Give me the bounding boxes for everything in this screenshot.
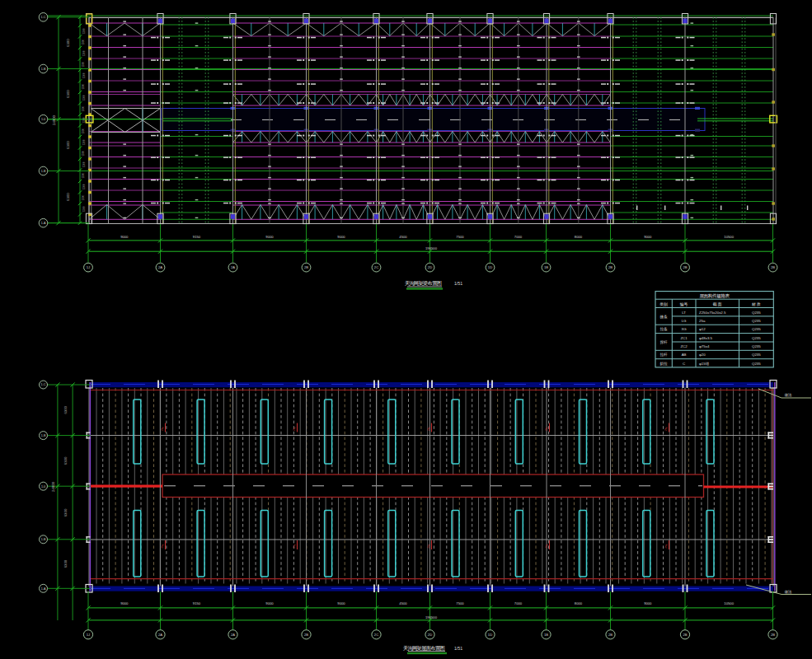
svg-text:6300: 6300 (66, 141, 70, 149)
svg-text:1500: 1500 (82, 151, 85, 157)
svg-text:1-C: 1-C (41, 383, 46, 386)
svg-text:1-0: 1-0 (41, 118, 45, 121)
svg-text:Q235: Q235 (752, 353, 761, 357)
svg-text:1/51: 1/51 (454, 646, 462, 651)
svg-text:6300: 6300 (63, 456, 68, 465)
svg-text:ZC2: ZC2 (680, 344, 688, 348)
svg-text:6300: 6300 (63, 405, 68, 414)
svg-text:2C: 2C (374, 265, 378, 269)
svg-text:2B: 2B (771, 633, 775, 637)
svg-text:1500: 1500 (82, 50, 86, 56)
svg-text:1500: 1500 (82, 206, 86, 212)
svg-text:1-B: 1-B (41, 170, 46, 173)
svg-text:1-B: 1-B (41, 434, 46, 437)
svg-text:7500: 7500 (456, 601, 464, 605)
svg-text:天沟网架梁布置图: 天沟网架梁布置图 (405, 280, 442, 287)
svg-text:Q235: Q235 (752, 336, 761, 340)
svg-text:10500: 10500 (724, 235, 734, 239)
svg-text:6300: 6300 (66, 193, 70, 201)
svg-text:1500: 1500 (82, 117, 86, 123)
svg-text:φ75x4: φ75x4 (699, 344, 710, 348)
svg-text:LT: LT (682, 311, 686, 315)
svg-text:Q235: Q235 (752, 311, 761, 315)
svg-text:2B: 2B (683, 265, 687, 269)
svg-text:天沟网架屋面布置图: 天沟网架屋面布置图 (403, 645, 445, 652)
svg-text:1J: 1J (87, 265, 90, 269)
svg-text:9000: 9000 (337, 601, 345, 605)
svg-text:φ12: φ12 (699, 327, 706, 331)
svg-text:1500: 1500 (82, 62, 85, 68)
svg-text:4500: 4500 (399, 601, 407, 605)
svg-text:7000: 7000 (514, 235, 523, 239)
svg-text:材 质: 材 质 (751, 301, 761, 307)
svg-text:2A: 2A (158, 265, 162, 269)
svg-text:2A: 2A (158, 633, 162, 637)
svg-text:1500: 1500 (82, 40, 85, 45)
svg-text:1500: 1500 (82, 161, 86, 167)
svg-text:1500: 1500 (82, 173, 85, 179)
svg-text:檩条: 檩条 (659, 315, 669, 319)
svg-text:9000: 9000 (265, 235, 274, 239)
svg-text:φ15锚: φ15锚 (699, 362, 710, 366)
svg-text:1B: 1B (544, 265, 548, 269)
svg-text:C: C (683, 362, 685, 366)
svg-text:Q235: Q235 (752, 344, 761, 348)
svg-text:1500: 1500 (82, 84, 85, 90)
svg-text:2B: 2B (304, 633, 308, 637)
svg-text:1J: 1J (87, 633, 90, 637)
svg-text:屋面构件规格表: 屋面构件规格表 (699, 293, 730, 299)
svg-text:1-B: 1-B (41, 538, 46, 541)
svg-text:2A: 2A (231, 265, 235, 269)
svg-text:9000: 9000 (120, 235, 129, 239)
svg-text:196500: 196500 (425, 246, 438, 250)
svg-text:7000: 7000 (514, 601, 523, 605)
svg-text:9000: 9000 (337, 235, 345, 239)
svg-text:2D: 2D (428, 633, 432, 637)
svg-text:2B: 2B (608, 265, 613, 269)
svg-text:9000: 9000 (644, 235, 652, 239)
svg-text:9000: 9000 (120, 601, 129, 605)
svg-text:9000: 9000 (265, 601, 274, 605)
svg-text:φ20: φ20 (699, 353, 706, 357)
svg-text:6300: 6300 (63, 559, 68, 568)
svg-text:1D: 1D (488, 633, 492, 637)
svg-text:1500: 1500 (82, 184, 86, 189)
svg-text:1500: 1500 (82, 195, 85, 201)
svg-text:做法: 做法 (784, 590, 792, 594)
svg-text:1500: 1500 (82, 28, 86, 34)
svg-text:AB: AB (682, 353, 687, 357)
svg-text:1/51: 1/51 (454, 281, 462, 286)
svg-text:2B: 2B (683, 633, 687, 637)
svg-text:做法: 做法 (784, 393, 792, 397)
svg-text:1500: 1500 (82, 72, 86, 78)
svg-text:1-A: 1-A (41, 587, 46, 591)
svg-text:4500: 4500 (399, 235, 407, 239)
svg-text:2B: 2B (304, 265, 308, 269)
svg-text:ZC1: ZC1 (680, 336, 688, 340)
svg-text:LG: LG (682, 319, 687, 323)
svg-text:8000: 8000 (575, 601, 583, 605)
svg-text:2B: 2B (771, 265, 775, 269)
svg-text:9000: 9000 (644, 601, 652, 605)
svg-text:1-C: 1-C (41, 16, 46, 19)
svg-text:25a: 25a (699, 319, 706, 323)
svg-text:截 面: 截 面 (713, 301, 722, 306)
svg-text:1500: 1500 (82, 106, 85, 112)
svg-text:2D: 2D (428, 265, 432, 269)
svg-text:Q235: Q235 (752, 362, 761, 366)
svg-text:6300: 6300 (66, 90, 70, 98)
svg-text:编号: 编号 (680, 302, 688, 306)
svg-text:2A: 2A (231, 633, 235, 637)
svg-text:9150: 9150 (193, 601, 201, 605)
svg-text:φ48x3.5: φ48x3.5 (699, 336, 713, 340)
svg-text:8000: 8000 (575, 235, 583, 239)
svg-text:Q235: Q235 (752, 327, 761, 331)
svg-text:1500: 1500 (82, 139, 86, 145)
svg-text:9150: 9150 (193, 235, 201, 239)
svg-text:1-A: 1-A (41, 222, 46, 225)
svg-text:XG: XG (681, 327, 687, 331)
svg-text:10500: 10500 (724, 601, 734, 605)
svg-text:2C: 2C (374, 633, 378, 637)
svg-text:拉条: 拉条 (660, 327, 669, 331)
svg-text:6300: 6300 (63, 508, 68, 516)
